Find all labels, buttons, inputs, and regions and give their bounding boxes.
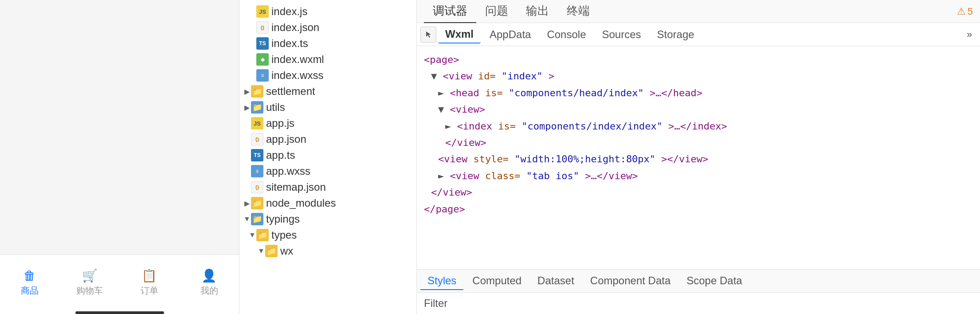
xml-line-8[interactable]: ► <view class= "tab ios" >…</view> bbox=[424, 168, 973, 184]
collapse-arrow[interactable]: ▼ bbox=[438, 104, 450, 115]
tab-debugger[interactable]: 调试器 bbox=[424, 0, 476, 23]
tab-issues[interactable]: 问题 bbox=[476, 0, 517, 23]
closed-arrow-icon: ▶ bbox=[243, 87, 251, 96]
filename: sitemap.json bbox=[266, 181, 326, 193]
xml-line-5[interactable]: ► <index is= "components/index/index" >…… bbox=[424, 118, 973, 134]
closed-arrow-icon: ▶ bbox=[243, 103, 251, 112]
orders-icon: 📋 bbox=[141, 268, 157, 283]
xml-tag: <index bbox=[457, 121, 498, 132]
file-index-wxml[interactable]: ◆ index.wxml bbox=[239, 51, 416, 67]
cart-label: 购物车 bbox=[76, 285, 103, 297]
file-index-json[interactable]: {} index.json bbox=[239, 20, 416, 35]
tab-appdata[interactable]: AppData bbox=[482, 26, 538, 43]
folder-types[interactable]: ▼ 📁 types bbox=[239, 227, 416, 243]
ts-icon: TS bbox=[256, 37, 269, 50]
xml-attr-val: "components/index/index" bbox=[521, 121, 662, 132]
tab-component-data[interactable]: Component Data bbox=[583, 272, 678, 290]
wxml-icon: ◆ bbox=[256, 53, 269, 66]
folder-typings[interactable]: ▼ 📁 typings bbox=[239, 211, 416, 227]
xml-attr: style= bbox=[473, 153, 508, 165]
tab-console[interactable]: Console bbox=[540, 26, 593, 43]
devtools-top-tabs: 调试器 问题 输出 终端 ⚠ 5 bbox=[417, 0, 980, 23]
tab-dataset[interactable]: Dataset bbox=[530, 272, 581, 290]
orders-label: 订单 bbox=[141, 285, 158, 297]
filter-bar: Filter bbox=[417, 293, 980, 314]
file-app-json[interactable]: {} app.json bbox=[239, 131, 416, 147]
filename: app.wxss bbox=[266, 165, 310, 177]
file-app-wxss[interactable]: ≡ app.wxss bbox=[239, 163, 416, 179]
xml-tag: > bbox=[549, 71, 554, 82]
file-app-ts[interactable]: TS app.ts bbox=[239, 147, 416, 163]
xml-tag: >…</head> bbox=[650, 87, 702, 98]
xml-attr-val: "width:100%;height:80px" bbox=[514, 153, 655, 165]
folder-settlement[interactable]: ▶ 📁 settlement bbox=[239, 83, 416, 99]
tab-computed[interactable]: Computed bbox=[465, 272, 529, 290]
tab-orders[interactable]: 📋 订单 bbox=[120, 268, 180, 297]
open-arrow-icon: ▼ bbox=[248, 231, 256, 239]
collapse-arrow[interactable]: ▼ bbox=[431, 71, 443, 82]
inspect-button[interactable] bbox=[420, 27, 436, 43]
xml-line-3[interactable]: ► <head is= "components/head/index" >…</… bbox=[424, 85, 973, 101]
filename: app.js bbox=[266, 117, 294, 130]
xml-line-9: </view> bbox=[424, 184, 973, 200]
file-sitemap-json[interactable]: {} sitemap.json bbox=[239, 179, 416, 195]
bottom-tabs: Styles Computed Dataset Component Data S… bbox=[417, 270, 980, 293]
foldername: types bbox=[271, 229, 297, 241]
file-index-ts[interactable]: TS index.ts bbox=[239, 35, 416, 51]
mine-label: 我的 bbox=[200, 285, 218, 297]
folder-icon: 📁 bbox=[256, 229, 269, 241]
folder-wx[interactable]: ▼ 📁 wx bbox=[239, 243, 416, 259]
goods-icon: 🗑 bbox=[24, 268, 36, 283]
cart-icon: 🛒 bbox=[82, 268, 98, 283]
filename: index.ts bbox=[271, 37, 308, 50]
xml-attr: is= bbox=[498, 121, 516, 132]
xml-line-4[interactable]: ▼ <view> bbox=[424, 101, 973, 118]
xml-tag: >…</view> bbox=[585, 170, 638, 181]
tab-goods[interactable]: 🗑 商品 bbox=[0, 268, 60, 297]
filename: app.ts bbox=[266, 149, 295, 161]
json-icon: {} bbox=[251, 133, 263, 145]
json-icon: {} bbox=[256, 21, 269, 34]
foldername: utils bbox=[266, 101, 285, 114]
file-app-js[interactable]: JS app.js bbox=[239, 115, 416, 131]
mobile-content bbox=[0, 0, 239, 255]
foldername: typings bbox=[266, 213, 300, 225]
xml-line-7[interactable]: <view style= "width:100%;height:80px" ><… bbox=[424, 151, 973, 167]
foldername: wx bbox=[280, 245, 293, 257]
filename: index.wxss bbox=[271, 69, 323, 82]
file-index-js[interactable]: JS index.js bbox=[239, 4, 416, 20]
more-tools-button[interactable]: » bbox=[962, 27, 976, 42]
collapse-arrow[interactable]: ► bbox=[438, 87, 450, 98]
tab-wxml[interactable]: Wxml bbox=[438, 26, 481, 43]
goods-label: 商品 bbox=[21, 285, 39, 297]
tab-output[interactable]: 输出 bbox=[517, 0, 558, 23]
tab-scope-data[interactable]: Scope Data bbox=[679, 272, 749, 290]
open-arrow-icon: ▼ bbox=[243, 215, 251, 223]
xml-tag: <view bbox=[450, 170, 485, 181]
collapse-arrow[interactable]: ► bbox=[445, 121, 457, 132]
xml-tag: ></view> bbox=[661, 153, 708, 165]
folder-special-icon: 📁 bbox=[251, 213, 263, 225]
folder-icon: 📁 bbox=[265, 245, 278, 257]
xml-line-10: </page> bbox=[424, 201, 973, 217]
tab-styles[interactable]: Styles bbox=[420, 272, 463, 290]
collapse-arrow[interactable]: ► bbox=[438, 170, 450, 181]
xml-attr-val: "index" bbox=[502, 71, 543, 82]
folder-icon: 📁 bbox=[251, 85, 263, 98]
open-arrow-icon: ▼ bbox=[257, 247, 265, 255]
folder-node-modules[interactable]: ▶ 📁 node_modules bbox=[239, 195, 416, 211]
xml-attr: is= bbox=[485, 87, 503, 98]
xml-attr: class= bbox=[485, 170, 520, 181]
tab-mine[interactable]: 👤 我的 bbox=[179, 268, 239, 297]
tab-sources[interactable]: Sources bbox=[595, 26, 648, 43]
xml-line-2[interactable]: ▼ <view id= "index" > bbox=[424, 68, 973, 84]
file-index-wxss[interactable]: ≡ index.wxss bbox=[239, 67, 416, 83]
folder-utils[interactable]: ▶ 📁 utils bbox=[239, 99, 416, 115]
tab-cart[interactable]: 🛒 购物车 bbox=[60, 268, 120, 297]
filetree-panel: JS index.js {} index.json TS index.ts ◆ … bbox=[239, 0, 417, 314]
tab-storage[interactable]: Storage bbox=[650, 26, 702, 43]
xml-attr-val: "tab ios" bbox=[526, 170, 579, 181]
tab-terminal[interactable]: 终端 bbox=[558, 0, 599, 23]
xml-tag: <head bbox=[450, 87, 485, 98]
foldername: settlement bbox=[266, 85, 315, 98]
